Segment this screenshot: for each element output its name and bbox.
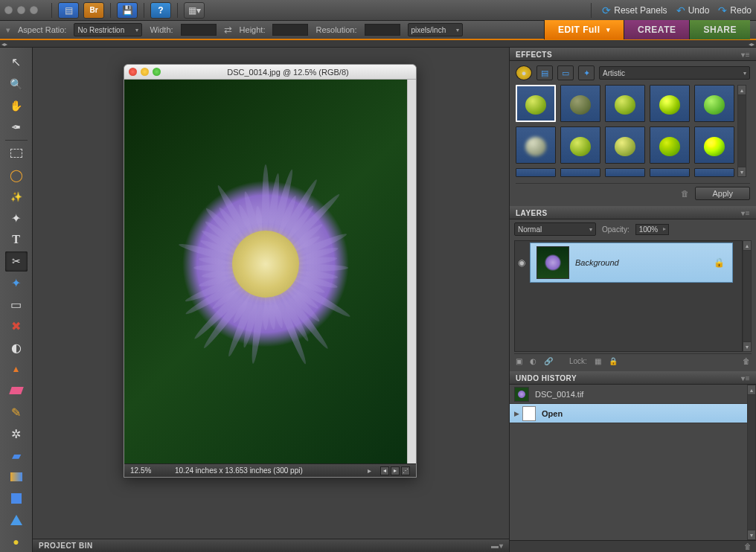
layers-scrollbar[interactable]: ▴ ▾ (743, 240, 752, 352)
crop-tool[interactable] (5, 251, 28, 272)
adjustment-layer-icon[interactable]: ◐ (530, 357, 536, 365)
height-input[interactable] (272, 24, 308, 36)
new-doc-button[interactable]: ▤ (58, 2, 79, 19)
effects-panel-menu-icon[interactable]: ▾≡ (741, 51, 750, 59)
effect-thumb[interactable] (516, 168, 556, 177)
undo-button[interactable]: ↶ Undo (676, 4, 710, 16)
brush-tool[interactable] (5, 402, 28, 423)
move-tool[interactable] (5, 52, 28, 72)
effects-filters-icon[interactable]: ● (516, 65, 532, 80)
zoom-tool[interactable] (5, 74, 28, 94)
zoom-dot[interactable] (30, 6, 38, 14)
swap-wh-icon[interactable]: ⇄ (224, 25, 232, 36)
healing-tool[interactable] (5, 338, 28, 358)
close-dot[interactable] (4, 6, 13, 14)
layer-row[interactable]: Background 🔒 (530, 243, 733, 283)
effects-trash-icon[interactable]: 🗑 (681, 189, 689, 198)
effect-thumb[interactable] (650, 85, 690, 122)
cookie-cutter-tool[interactable] (5, 273, 28, 293)
doc-zoom-icon[interactable] (153, 68, 161, 76)
eraser-tool[interactable] (5, 381, 28, 401)
bridge-button[interactable]: Br (83, 2, 104, 19)
custom-shape-tool[interactable] (5, 510, 28, 530)
redo-button[interactable]: ↷ Redo (718, 4, 752, 16)
effects-apply-button[interactable]: Apply (695, 187, 750, 200)
blend-mode-select[interactable]: Normal (514, 222, 596, 236)
effect-thumb[interactable] (650, 126, 690, 164)
new-layer-icon[interactable]: ▣ (516, 357, 522, 365)
doc-nav-grip[interactable]: ⋰ (401, 466, 410, 475)
eyedropper-tool[interactable] (5, 117, 28, 137)
lock-pixels-icon[interactable]: ▦ (595, 357, 601, 365)
document-titlebar[interactable]: DSC_0014.jpg @ 12.5% (RGB/8) (124, 65, 416, 80)
effect-thumb[interactable] (694, 126, 734, 164)
project-bin-collapse-icon[interactable]: ▬▾ (491, 542, 503, 550)
effects-category-select[interactable]: Artistic (599, 66, 750, 80)
smart-brush-tool[interactable] (5, 424, 28, 444)
effects-scrollbar[interactable]: ▴ ▾ (737, 85, 746, 177)
dock-left-icon[interactable]: ◂▸ (1, 41, 7, 47)
scroll-up-icon[interactable]: ▴ (737, 85, 746, 95)
effects-all-icon[interactable]: ✦ (578, 65, 595, 80)
scroll-down-icon[interactable]: ▾ (747, 530, 756, 540)
effect-thumb[interactable] (560, 126, 600, 164)
dock-right-icon[interactable]: ◂▸ (749, 41, 755, 47)
tab-create[interactable]: CREATE (624, 20, 689, 39)
arrange-button[interactable]: ▦▾ (184, 2, 205, 19)
reset-panels-button[interactable]: ⟳ Reset Panels (602, 4, 667, 16)
magic-wand-tool[interactable] (5, 187, 28, 207)
effect-thumb[interactable] (694, 168, 734, 177)
tab-edit[interactable]: EDIT Full (544, 20, 624, 39)
document-canvas[interactable] (124, 80, 407, 463)
hand-tool[interactable] (5, 95, 28, 115)
paint-bucket-tool[interactable] (5, 446, 28, 466)
document-info-menu[interactable]: ▸ (368, 466, 371, 475)
layer-visibility-icon[interactable]: ◉ (518, 257, 525, 268)
undo-panel-header[interactable]: UNDO HISTORY ▾≡ (510, 371, 756, 385)
effects-styles-icon[interactable]: ▤ (536, 65, 553, 80)
effects-photo-icon[interactable]: ▭ (557, 65, 574, 80)
layers-panel-menu-icon[interactable]: ▾≡ (741, 209, 750, 217)
scroll-down-icon[interactable]: ▾ (737, 167, 746, 177)
straighten-tool[interactable]: ▭ (5, 295, 28, 315)
project-bin-header[interactable]: PROJECT BIN ▬▾ (33, 539, 509, 552)
width-input[interactable] (181, 24, 217, 36)
effect-thumb[interactable] (605, 126, 645, 164)
type-tool[interactable] (5, 230, 28, 250)
delete-layer-icon[interactable]: 🗑 (743, 357, 750, 365)
aspect-ratio-select[interactable]: No Restriction (74, 23, 142, 36)
document-zoom[interactable]: 12.5% (130, 466, 166, 475)
undo-history-snapshot[interactable]: DSC_0014.tif (510, 385, 747, 404)
minimize-dot[interactable] (17, 6, 25, 14)
gradient-tool[interactable] (5, 467, 28, 487)
undo-trash-icon[interactable]: 🗑 (744, 542, 752, 551)
effect-thumb[interactable] (560, 168, 600, 177)
doc-close-icon[interactable] (129, 68, 137, 76)
lock-all-icon[interactable]: 🔒 (609, 357, 618, 365)
doc-nav-left[interactable]: ◂ (380, 466, 389, 475)
redeye-tool[interactable] (5, 316, 28, 336)
effects-panel-header[interactable]: EFFECTS ▾≡ (510, 48, 756, 61)
shape-tool[interactable] (5, 489, 28, 509)
layer-name[interactable]: Background (575, 258, 619, 267)
document-vscrollbar[interactable] (407, 80, 416, 463)
scroll-down-icon[interactable]: ▾ (743, 341, 752, 352)
doc-minimize-icon[interactable] (141, 68, 149, 76)
layers-panel-header[interactable]: LAYERS ▾≡ (510, 206, 756, 219)
effect-thumb[interactable] (516, 126, 556, 164)
effect-thumb[interactable] (560, 85, 600, 122)
resolution-units-select[interactable]: pixels/inch (408, 23, 463, 36)
quick-select-tool[interactable]: ✦ (5, 208, 28, 228)
scroll-up-icon[interactable]: ▴ (743, 240, 752, 251)
tab-share[interactable]: SHARE (689, 20, 750, 39)
save-button[interactable]: 💾 (117, 2, 138, 19)
scroll-up-icon[interactable]: ▴ (747, 385, 756, 395)
undo-history-step[interactable]: ▶ Open (510, 404, 747, 423)
undo-scrollbar[interactable]: ▴ ▾ (747, 385, 756, 540)
lasso-tool[interactable] (5, 165, 28, 185)
resolution-input[interactable] (365, 24, 400, 36)
undo-panel-menu-icon[interactable]: ▾≡ (741, 374, 750, 382)
link-layers-icon[interactable]: 🔗 (544, 357, 553, 365)
opacity-value[interactable]: 100% (635, 224, 670, 235)
layer-thumbnail[interactable] (536, 246, 569, 279)
